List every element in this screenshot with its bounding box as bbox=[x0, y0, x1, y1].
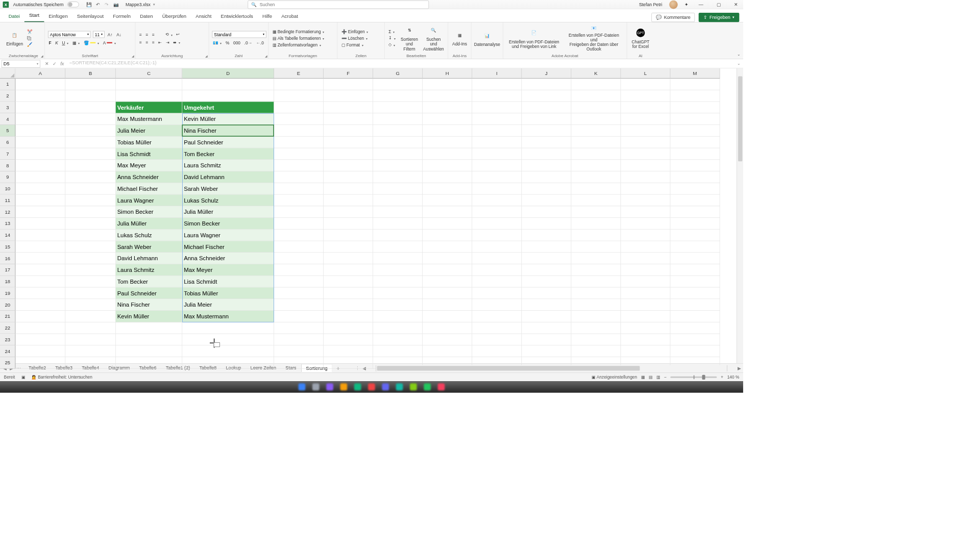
row-header-25[interactable]: 25 bbox=[0, 357, 15, 369]
paste-button[interactable]: 📋 Einfügen bbox=[6, 24, 24, 53]
toggle-switch-icon[interactable] bbox=[67, 2, 79, 7]
cell-C24[interactable] bbox=[116, 345, 182, 357]
row-header-21[interactable]: 21 bbox=[0, 311, 15, 322]
cell-H4[interactable] bbox=[423, 113, 472, 125]
cell-E3[interactable] bbox=[274, 102, 324, 113]
cell-J21[interactable] bbox=[522, 311, 571, 322]
cell-K12[interactable] bbox=[571, 206, 621, 218]
cell-I18[interactable] bbox=[472, 276, 522, 288]
cell-G2[interactable] bbox=[373, 90, 423, 102]
cell-F19[interactable] bbox=[324, 287, 373, 299]
redo-icon[interactable]: ↷ bbox=[105, 2, 109, 7]
cell-J5[interactable] bbox=[522, 125, 571, 137]
cut-button[interactable]: ✂️ bbox=[26, 29, 33, 35]
cell-E19[interactable] bbox=[274, 287, 324, 299]
row-header-10[interactable]: 10 bbox=[0, 183, 15, 195]
row-header-9[interactable]: 9 bbox=[0, 171, 15, 183]
cell-B3[interactable] bbox=[65, 102, 116, 113]
cell-L4[interactable] bbox=[621, 113, 670, 125]
cell-D1[interactable] bbox=[182, 79, 274, 90]
save-icon[interactable]: 💾 bbox=[86, 2, 92, 7]
cell-J3[interactable] bbox=[522, 102, 571, 113]
align-top-button[interactable]: ≡ bbox=[138, 32, 142, 37]
cell-B7[interactable] bbox=[65, 148, 116, 160]
cell-J14[interactable] bbox=[522, 230, 571, 241]
cell-I22[interactable] bbox=[472, 322, 522, 334]
cell-K20[interactable] bbox=[571, 299, 621, 311]
cell-H8[interactable] bbox=[423, 160, 472, 171]
cell-J10[interactable] bbox=[522, 183, 571, 195]
cell-F16[interactable] bbox=[324, 253, 373, 264]
cell-I13[interactable] bbox=[472, 218, 522, 230]
cell-M3[interactable] bbox=[670, 102, 720, 113]
cell-F7[interactable] bbox=[324, 148, 373, 160]
cell-M7[interactable] bbox=[670, 148, 720, 160]
cell-B22[interactable] bbox=[65, 322, 116, 334]
bold-button[interactable]: F bbox=[48, 40, 52, 46]
cell-K8[interactable] bbox=[571, 160, 621, 171]
camera-icon[interactable]: 📷 bbox=[113, 2, 119, 7]
orientation-button[interactable]: ⟲ bbox=[164, 31, 173, 37]
cell-M8[interactable] bbox=[670, 160, 720, 171]
insert-cells-button[interactable]: ➕Einfügen bbox=[340, 29, 381, 34]
cell-C6[interactable]: Tobias Müller bbox=[116, 137, 182, 148]
tab-review[interactable]: Überprüfen bbox=[158, 10, 191, 22]
cell-I3[interactable] bbox=[472, 102, 522, 113]
cell-I17[interactable] bbox=[472, 264, 522, 276]
cell-H6[interactable] bbox=[423, 137, 472, 148]
col-header-H[interactable]: H bbox=[423, 68, 472, 79]
cell-C1[interactable] bbox=[116, 79, 182, 90]
cell-E12[interactable] bbox=[274, 206, 324, 218]
cell-A25[interactable] bbox=[15, 357, 65, 369]
cell-A14[interactable] bbox=[15, 230, 65, 241]
row-header-14[interactable]: 14 bbox=[0, 230, 15, 241]
collapse-ribbon-button[interactable]: ⌄ bbox=[737, 52, 740, 56]
cell-D16[interactable]: Anna Schneider bbox=[182, 253, 274, 264]
cell-E23[interactable] bbox=[274, 334, 324, 345]
cell-F22[interactable] bbox=[324, 322, 373, 334]
hscroll-right-icon[interactable]: ▶ bbox=[735, 365, 743, 371]
cell-K7[interactable] bbox=[571, 148, 621, 160]
cell-A17[interactable] bbox=[15, 264, 65, 276]
row-header-15[interactable]: 15 bbox=[0, 241, 15, 253]
cell-H2[interactable] bbox=[423, 90, 472, 102]
row-header-11[interactable]: 11 bbox=[0, 194, 15, 206]
cell-A21[interactable] bbox=[15, 311, 65, 322]
cell-K9[interactable] bbox=[571, 171, 621, 183]
cell-B19[interactable] bbox=[65, 287, 116, 299]
align-bottom-button[interactable]: ≡ bbox=[151, 32, 155, 37]
cell-K18[interactable] bbox=[571, 276, 621, 288]
undo-icon[interactable]: ↶ bbox=[96, 2, 100, 7]
cancel-formula-icon[interactable]: ✕ bbox=[45, 61, 49, 66]
cell-G17[interactable] bbox=[373, 264, 423, 276]
cell-M16[interactable] bbox=[670, 253, 720, 264]
cell-G18[interactable] bbox=[373, 276, 423, 288]
cell-A11[interactable] bbox=[15, 194, 65, 206]
row-header-12[interactable]: 12 bbox=[0, 206, 15, 218]
cell-B8[interactable] bbox=[65, 160, 116, 171]
border-button[interactable]: ▦ bbox=[71, 40, 80, 45]
row-header-23[interactable]: 23 bbox=[0, 334, 15, 345]
cell-L12[interactable] bbox=[621, 206, 670, 218]
delete-cells-button[interactable]: ➖Löschen bbox=[340, 35, 381, 41]
cell-H5[interactable] bbox=[423, 125, 472, 137]
cell-A23[interactable] bbox=[15, 334, 65, 345]
cell-M13[interactable] bbox=[670, 218, 720, 230]
cell-M22[interactable] bbox=[670, 322, 720, 334]
dialog-launcher-icon[interactable]: ◢ bbox=[132, 55, 134, 58]
dialog-launcher-icon[interactable]: ◢ bbox=[205, 55, 208, 58]
cell-G1[interactable] bbox=[373, 79, 423, 90]
cell-E16[interactable] bbox=[274, 253, 324, 264]
cell-A22[interactable] bbox=[15, 322, 65, 334]
cell-C4[interactable]: Max Mustermann bbox=[116, 113, 182, 125]
cell-G8[interactable] bbox=[373, 160, 423, 171]
cell-A12[interactable] bbox=[15, 206, 65, 218]
cell-K1[interactable] bbox=[571, 79, 621, 90]
cell-H24[interactable] bbox=[423, 345, 472, 357]
zoom-slider[interactable] bbox=[671, 376, 717, 378]
comma-button[interactable]: 000 bbox=[233, 40, 241, 46]
cell-E8[interactable] bbox=[274, 160, 324, 171]
cell-A10[interactable] bbox=[15, 183, 65, 195]
cell-B11[interactable] bbox=[65, 194, 116, 206]
cell-I15[interactable] bbox=[472, 241, 522, 253]
